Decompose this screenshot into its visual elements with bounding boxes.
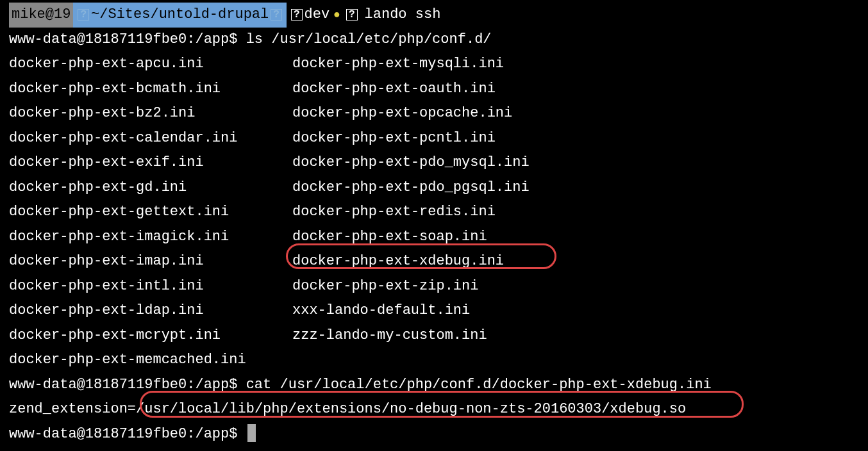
list-item: docker-php-ext-pdo_mysql.ini — [292, 151, 859, 176]
list-item: docker-php-ext-apcu.ini — [9, 52, 292, 77]
ls-col-1: docker-php-ext-apcu.ini docker-php-ext-b… — [9, 52, 292, 373]
cat-output: zend_extension=/usr/local/lib/php/extens… — [9, 397, 859, 422]
list-item: docker-php-ext-bcmath.ini — [9, 77, 292, 102]
prompt-user: www-data@18187119fbe0:/app$ — [9, 426, 237, 442]
list-item: xxx-lando-default.ini — [292, 299, 859, 324]
prompt-user: www-data@18187119fbe0:/app$ — [9, 377, 237, 393]
list-item: docker-php-ext-opcache.ini — [292, 101, 859, 126]
status-bar: mike@19 ? ~/Sites/untold-drupal ? ? dev … — [9, 3, 859, 28]
list-item: docker-php-ext-gettext.ini — [9, 200, 292, 225]
branch-name: dev — [305, 3, 330, 28]
status-path-text: ~/Sites/untold-drupal — [91, 3, 269, 28]
list-item: docker-php-ext-redis.ini — [292, 200, 859, 225]
branch-icon: ? — [291, 9, 303, 20]
status-user-host: mike@19 — [9, 3, 73, 28]
zend-path: /usr/local/lib/php/extensions/no-debug-n… — [136, 401, 686, 417]
list-item: docker-php-ext-soap.ini — [292, 225, 859, 250]
list-item: docker-php-ext-calendar.ini — [9, 126, 292, 151]
prompt-line-1: www-data@18187119fbe0:/app$ ls /usr/loca… — [9, 28, 859, 53]
list-item: docker-php-ext-ldap.ini — [9, 299, 292, 324]
prompt-user: www-data@18187119fbe0:/app$ — [9, 31, 237, 47]
ls-col-2: docker-php-ext-mysqli.ini docker-php-ext… — [292, 52, 859, 373]
status-command: lando ssh — [362, 3, 441, 28]
list-item: docker-php-ext-imagick.ini — [9, 225, 292, 250]
list-item: docker-php-ext-gd.ini — [9, 176, 292, 201]
branch-end-icon: ? — [346, 9, 358, 20]
folder-icon: ? — [78, 9, 89, 20]
list-item: docker-php-ext-zip.ini — [292, 274, 859, 299]
status-path: ? ~/Sites/untold-drupal ? — [73, 3, 286, 28]
terminal[interactable]: mike@19 ? ~/Sites/untold-drupal ? ? dev … — [0, 0, 868, 449]
prompt-line-3: www-data@18187119fbe0:/app$ — [9, 422, 859, 447]
list-item: docker-php-ext-intl.ini — [9, 274, 292, 299]
list-item: docker-php-ext-oauth.ini — [292, 77, 859, 102]
list-item: docker-php-ext-mcrypt.ini — [9, 324, 292, 348]
list-item: zzz-lando-my-custom.ini — [292, 324, 859, 348]
list-item: docker-php-ext-imap.ini — [9, 249, 292, 274]
list-item: docker-php-ext-memcached.ini — [9, 348, 292, 373]
prompt-command: cat /usr/local/etc/php/conf.d/docker-php… — [246, 377, 712, 393]
list-item-xdebug: docker-php-ext-xdebug.ini — [292, 249, 859, 274]
status-branch: ? dev ● ? — [287, 3, 362, 28]
list-item: docker-php-ext-pcntl.ini — [292, 126, 859, 151]
ls-output: docker-php-ext-apcu.ini docker-php-ext-b… — [9, 52, 859, 373]
list-item: docker-php-ext-mysqli.ini — [292, 52, 859, 77]
prompt-line-2: www-data@18187119fbe0:/app$ cat /usr/loc… — [9, 373, 859, 398]
cursor[interactable] — [247, 424, 256, 442]
list-item: docker-php-ext-pdo_pgsql.ini — [292, 176, 859, 201]
zend-prefix: zend_extension= — [9, 401, 136, 417]
dirty-dot-icon: ● — [330, 5, 344, 26]
path-end-icon: ? — [271, 9, 282, 20]
list-item: docker-php-ext-exif.ini — [9, 151, 292, 176]
list-item: docker-php-ext-bz2.ini — [9, 101, 292, 126]
prompt-command: ls /usr/local/etc/php/conf.d/ — [246, 31, 492, 47]
